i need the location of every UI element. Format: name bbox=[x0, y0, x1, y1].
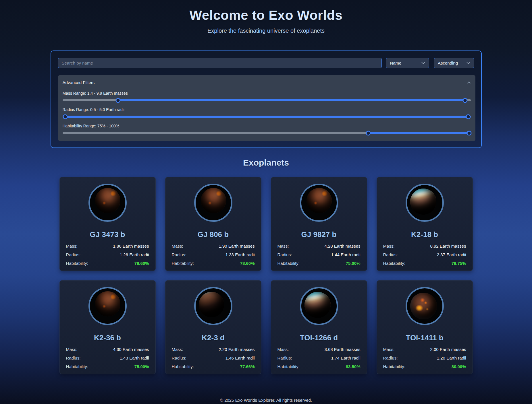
planet-card[interactable]: K2-18 b Mass:8.92 Earth masses Radius:2.… bbox=[377, 177, 473, 271]
planet-stats: Mass:1.86 Earth masses Radius:1.26 Earth… bbox=[66, 244, 149, 266]
planet-stats: Mass:2.20 Earth masses Radius:1.46 Earth… bbox=[172, 347, 255, 369]
mass-label: Mass: bbox=[172, 347, 183, 352]
planet-image bbox=[88, 287, 127, 325]
slider-max-handle[interactable] bbox=[462, 98, 467, 103]
chevron-down-icon bbox=[467, 62, 470, 64]
radius-label: Radius: bbox=[172, 356, 186, 360]
planet-name: GJ 9827 b bbox=[277, 230, 361, 239]
planet-card[interactable]: GJ 3473 b Mass:1.86 Earth masses Radius:… bbox=[59, 177, 156, 271]
radius-label: Radius: bbox=[277, 356, 292, 360]
slider-min-handle[interactable] bbox=[63, 114, 68, 119]
habitability-label: Habitability: bbox=[277, 261, 300, 266]
radius-value: 1.44 Earth radii bbox=[331, 252, 361, 257]
page-content: Welcome to Exo Worlds Explore the fascin… bbox=[21, 7, 511, 403]
advanced-filters-title: Advanced Filters bbox=[63, 80, 95, 85]
planet-stats: Mass:4.30 Earth masses Radius:1.43 Earth… bbox=[66, 347, 149, 369]
radius-range-label: Radius Range: 0.5 - 5.0 Earth radii bbox=[63, 107, 471, 112]
planet-name: TOI-1266 d bbox=[277, 333, 361, 342]
mass-label: Mass: bbox=[66, 244, 78, 248]
slider-min-handle[interactable] bbox=[115, 98, 120, 103]
habitability-value: 80.00% bbox=[452, 364, 466, 369]
slider-min-handle[interactable] bbox=[366, 131, 371, 135]
planet-image bbox=[194, 184, 232, 222]
radius-range-filter: Radius Range: 0.5 - 5.0 Earth radii bbox=[63, 107, 471, 118]
mass-range-label: Mass Range: 1.4 - 9.9 Earth masses bbox=[63, 91, 471, 96]
radius-label: Radius: bbox=[383, 356, 398, 360]
habitability-value: 75.00% bbox=[346, 261, 361, 266]
radius-value: 2.37 Earth radii bbox=[437, 252, 466, 257]
planet-stats: Mass:3.68 Earth masses Radius:1.74 Earth… bbox=[277, 347, 361, 369]
planet-image bbox=[300, 184, 338, 222]
habitability-label: Habitability: bbox=[66, 261, 88, 266]
planet-stats: Mass:8.92 Earth masses Radius:2.37 Earth… bbox=[383, 244, 466, 266]
advanced-filters-header[interactable]: Advanced Filters bbox=[63, 80, 471, 85]
slider-max-handle[interactable] bbox=[467, 131, 471, 135]
habitability-label: Habitability: bbox=[172, 261, 194, 266]
planet-name: TOI-1411 b bbox=[383, 333, 466, 342]
slider-fill bbox=[65, 116, 468, 118]
habitability-label: Habitability: bbox=[172, 364, 194, 369]
mass-value: 4.28 Earth masses bbox=[324, 244, 360, 248]
radius-label: Radius: bbox=[66, 252, 81, 257]
radius-range-slider[interactable] bbox=[63, 116, 471, 118]
mass-value: 1.86 Earth masses bbox=[113, 244, 149, 248]
planet-name: K2-3 d bbox=[172, 333, 255, 342]
slider-max-handle[interactable] bbox=[466, 114, 471, 119]
chevron-up-icon[interactable] bbox=[467, 81, 471, 84]
sort-by-select[interactable]: Name bbox=[386, 58, 429, 68]
page-subtitle: Explore the fascinating universe of exop… bbox=[21, 28, 511, 34]
planet-name: K2-18 b bbox=[383, 230, 466, 239]
search-input[interactable] bbox=[58, 58, 382, 68]
chevron-down-icon bbox=[421, 62, 425, 64]
habitability-label: Habitability: bbox=[66, 364, 88, 369]
planet-card[interactable]: TOI-1266 d Mass:3.68 Earth masses Radius… bbox=[271, 280, 367, 374]
habitability-range-filter: Habitability Range: 75% - 100% bbox=[63, 124, 471, 134]
habitability-label: Habitability: bbox=[383, 364, 406, 369]
radius-value: 1.33 Earth radii bbox=[225, 252, 255, 257]
planet-grid: GJ 3473 b Mass:1.86 Earth masses Radius:… bbox=[21, 177, 511, 374]
mass-value: 3.68 Earth masses bbox=[324, 347, 360, 352]
radius-value: 1.20 Earth radii bbox=[437, 356, 466, 360]
sort-order-select[interactable]: Ascending bbox=[434, 58, 474, 68]
habitability-value: 77.66% bbox=[240, 364, 255, 369]
slider-fill bbox=[368, 132, 469, 134]
habitability-value: 75.00% bbox=[134, 364, 149, 369]
page-title: Welcome to Exo Worlds bbox=[21, 7, 511, 23]
mass-value: 1.90 Earth masses bbox=[219, 244, 255, 248]
planet-stats: Mass:4.28 Earth masses Radius:1.44 Earth… bbox=[277, 244, 361, 266]
sort-by-value: Name bbox=[390, 61, 401, 65]
habitability-range-slider[interactable] bbox=[63, 132, 471, 134]
mass-range-slider[interactable] bbox=[63, 99, 471, 101]
radius-value: 1.74 Earth radii bbox=[331, 356, 361, 360]
planet-stats: Mass:2.00 Earth masses Radius:1.20 Earth… bbox=[383, 347, 466, 369]
habitability-value: 79.75% bbox=[452, 261, 466, 266]
planet-image bbox=[406, 287, 444, 325]
planet-card[interactable]: TOI-1411 b Mass:2.00 Earth masses Radius… bbox=[377, 280, 473, 374]
radius-value: 1.46 Earth radii bbox=[225, 356, 255, 360]
habitability-label: Habitability: bbox=[383, 261, 406, 266]
habitability-label: Habitability: bbox=[277, 364, 300, 369]
habitability-value: 78.60% bbox=[134, 261, 149, 266]
radius-label: Radius: bbox=[383, 252, 398, 257]
controls-row: Name Ascending bbox=[58, 58, 474, 68]
planet-card[interactable]: K2-36 b Mass:4.30 Earth masses Radius:1.… bbox=[59, 280, 156, 374]
mass-value: 4.30 Earth masses bbox=[113, 347, 149, 352]
mass-label: Mass: bbox=[66, 347, 78, 352]
filter-panel: Name Ascending Advanced Filters Mass Ran… bbox=[51, 50, 482, 148]
planet-card[interactable]: GJ 9827 b Mass:4.28 Earth masses Radius:… bbox=[271, 177, 367, 271]
radius-label: Radius: bbox=[66, 356, 81, 360]
planet-image bbox=[300, 287, 338, 325]
mass-value: 2.20 Earth masses bbox=[219, 347, 255, 352]
planet-card[interactable]: GJ 806 b Mass:1.90 Earth masses Radius:1… bbox=[165, 177, 261, 271]
mass-label: Mass: bbox=[383, 347, 395, 352]
mass-value: 8.92 Earth masses bbox=[430, 244, 466, 248]
mass-label: Mass: bbox=[172, 244, 183, 248]
sort-order-value: Ascending bbox=[438, 61, 458, 65]
mass-label: Mass: bbox=[277, 244, 289, 248]
habitability-value: 78.60% bbox=[240, 261, 255, 266]
radius-value: 1.43 Earth radii bbox=[120, 356, 149, 360]
planet-card[interactable]: K2-3 d Mass:2.20 Earth masses Radius:1.4… bbox=[165, 280, 261, 374]
planet-name: GJ 3473 b bbox=[66, 230, 149, 239]
advanced-filters-panel: Advanced Filters Mass Range: 1.4 - 9.9 E… bbox=[58, 75, 475, 141]
footer-text: © 2025 Exo Worlds Explorer. All rights r… bbox=[21, 398, 511, 403]
